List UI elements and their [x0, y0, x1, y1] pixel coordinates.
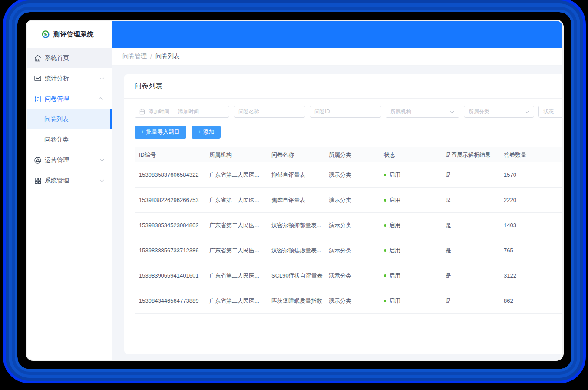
sidebar-item-operations[interactable]: 运营管理	[27, 150, 112, 170]
status-dot-icon	[384, 174, 386, 176]
cell-show-analysis: 是	[441, 272, 499, 280]
app-window: 测评管理系统 系统首页 统计分析 问卷管理 问卷列表	[27, 21, 562, 360]
status-dot-icon	[384, 274, 386, 277]
cell-org: 广东省第二人民医...	[205, 221, 267, 229]
table-row[interactable]: 1539843446564773889广东省第二人民医...匹茨堡睡眠质量指数演…	[135, 288, 562, 314]
cell-status: 启用	[380, 171, 441, 179]
table-header-row: ID编号 所属机构 问卷名称 所属分类 状态 是否展示解析结果 答卷数量	[135, 147, 562, 162]
chevron-down-icon	[100, 178, 104, 182]
table-row[interactable]: 1539838226296266753广东省第二人民医...焦虑自评量表演示分类…	[135, 188, 562, 213]
status-dot-icon	[384, 300, 386, 302]
sidebar-item-system[interactable]: 系统管理	[27, 170, 112, 191]
system-icon	[34, 177, 42, 185]
date-start-placeholder: 添加时间	[149, 108, 169, 116]
cell-category: 演示分类	[324, 196, 380, 204]
cell-count: 3122	[499, 272, 562, 279]
table-row[interactable]: 1539839065941401601广东省第二人民医...SCL90症状自评量…	[135, 263, 562, 288]
date-end-placeholder: 添加时间	[178, 108, 199, 116]
sidebar-item-statistics[interactable]: 统计分析	[27, 68, 112, 89]
chevron-down-icon	[100, 76, 104, 80]
cell-name: 匹茨堡睡眠质量指数	[267, 297, 324, 305]
cell-status: 启用	[380, 272, 441, 280]
sidebar-item-label: 系统首页	[45, 54, 105, 62]
cell-name: 汉密尔顿抑郁量表...	[267, 221, 324, 229]
breadcrumb-separator: /	[150, 53, 152, 60]
cell-id: 1539838226296266753	[135, 197, 205, 203]
cell-show-analysis: 是	[441, 247, 499, 254]
cell-count: 1403	[499, 222, 562, 228]
sidebar-item-label: 系统管理	[45, 177, 97, 185]
batch-import-button[interactable]: + 批量导入题目	[135, 126, 186, 139]
column-header-name: 问卷名称	[267, 151, 324, 159]
cell-show-analysis: 是	[441, 196, 499, 204]
sidebar-subitem-questionnaire-category[interactable]: 问卷分类	[27, 129, 112, 150]
chevron-down-icon	[100, 157, 104, 162]
cell-show-analysis: 是	[441, 171, 499, 179]
column-header-org: 所属机构	[205, 151, 267, 159]
category-select[interactable]: 所属分类	[464, 106, 534, 118]
status-select-placeholder: 状态	[543, 108, 554, 116]
status-dot-icon	[384, 199, 386, 202]
status-dot-icon	[384, 224, 386, 227]
table-row[interactable]: 1539838856733712386广东省第二人民医...汉密尔顿焦虑量表..…	[135, 238, 562, 263]
cell-id: 1539838856733712386	[135, 247, 205, 254]
app-logo-icon	[42, 30, 50, 38]
status-select[interactable]: 状态	[538, 106, 562, 118]
card-title: 问卷列表	[124, 74, 562, 99]
column-header-id: ID编号	[135, 151, 205, 159]
cell-count: 765	[499, 247, 562, 254]
active-indicator-bar	[110, 109, 112, 129]
cell-org: 广东省第二人民医...	[205, 247, 267, 254]
content-area: 问卷列表 添加时间 - 添加时间 所属机构	[112, 66, 562, 360]
column-header-show-analysis: 是否展示解析结果	[441, 151, 499, 159]
breadcrumb-parent[interactable]: 问卷管理	[122, 53, 147, 60]
cell-name: SCL90症状自评量表	[267, 272, 324, 280]
sidebar-item-label: 运营管理	[45, 156, 97, 164]
cell-name: 抑郁自评量表	[267, 171, 324, 179]
cell-show-analysis: 是	[441, 297, 499, 305]
cell-show-analysis: 是	[441, 221, 499, 229]
cell-org: 广东省第二人民医...	[205, 297, 267, 305]
cell-org: 广东省第二人民医...	[205, 171, 267, 179]
questionnaire-name-input[interactable]	[234, 106, 305, 118]
operations-icon	[34, 156, 42, 164]
cell-category: 演示分类	[324, 272, 380, 280]
cell-category: 演示分类	[324, 297, 380, 305]
cell-status: 启用	[380, 247, 441, 254]
column-header-status: 状态	[380, 151, 441, 159]
breadcrumb-current: 问卷列表	[155, 53, 180, 60]
sidebar-item-questionnaire[interactable]: 问卷管理	[27, 89, 112, 109]
logo-row: 测评管理系统	[27, 21, 112, 48]
top-header-bar	[112, 21, 562, 48]
organization-select[interactable]: 所属机构	[386, 106, 459, 118]
cell-category: 演示分类	[324, 171, 380, 179]
sidebar-subitem-label: 问卷分类	[44, 136, 69, 144]
chevron-down-icon	[525, 109, 529, 113]
cell-id: 1539838534523084802	[135, 222, 205, 228]
cell-count: 2220	[499, 197, 562, 203]
sidebar-item-home[interactable]: 系统首页	[27, 48, 112, 68]
questionnaire-list-card: 问卷列表 添加时间 - 添加时间 所属机构	[124, 74, 562, 354]
date-range-picker[interactable]: 添加时间 - 添加时间	[135, 106, 229, 118]
home-icon	[34, 54, 42, 62]
chevron-up-icon	[99, 97, 103, 102]
sidebar-subitem-questionnaire-list[interactable]: 问卷列表	[27, 109, 112, 129]
status-dot-icon	[384, 249, 386, 252]
cell-category: 演示分类	[324, 221, 380, 229]
breadcrumb: 问卷管理 / 问卷列表	[112, 48, 562, 66]
organization-select-placeholder: 所属机构	[390, 108, 411, 116]
cell-id: 1539839065941401601	[135, 272, 205, 279]
questionnaire-table: ID编号 所属机构 问卷名称 所属分类 状态 是否展示解析结果 答卷数量 153…	[135, 147, 562, 314]
cell-id: 1539835837606584322	[135, 172, 205, 178]
cell-status: 启用	[380, 221, 441, 229]
questionnaire-icon	[34, 95, 42, 103]
table-row[interactable]: 1539838534523084802广东省第二人民医...汉密尔顿抑郁量表..…	[135, 213, 562, 238]
add-button[interactable]: + 添加	[192, 126, 221, 139]
cell-category: 演示分类	[324, 247, 380, 254]
sidebar-item-label: 问卷管理	[45, 95, 97, 103]
sidebar-subitem-label: 问卷列表	[44, 116, 69, 123]
table-row[interactable]: 1539835837606584322广东省第二人民医...抑郁自评量表演示分类…	[135, 162, 562, 188]
questionnaire-id-input[interactable]	[310, 106, 381, 118]
cell-status: 启用	[380, 297, 441, 305]
date-separator: -	[173, 109, 175, 115]
